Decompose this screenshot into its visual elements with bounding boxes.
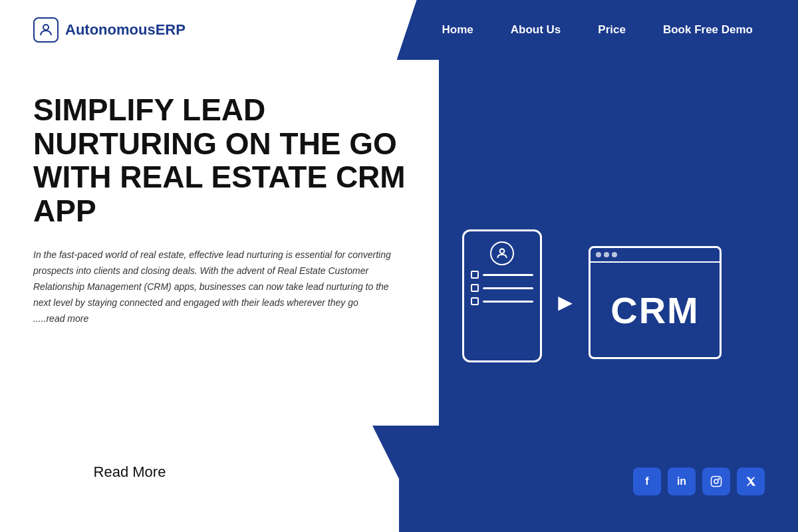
instagram-button[interactable]: [702, 467, 730, 495]
website-link: ⛓ www.autonomouserp.com: [33, 503, 226, 519]
facebook-button[interactable]: f: [633, 467, 661, 495]
phone-row-1: [471, 271, 533, 279]
phone-line-3: [483, 301, 533, 303]
hero-description: In the fast-paced world of real estate, …: [33, 247, 392, 327]
website-url: www.autonomouserp.com: [53, 505, 176, 517]
svg-rect-2: [712, 477, 722, 487]
phone-row-2: [471, 284, 533, 292]
read-more-button[interactable]: Read More: [33, 452, 226, 493]
nav-demo[interactable]: Book Free Demo: [644, 23, 771, 37]
browser-dot-3: [612, 252, 617, 257]
twitter-x-button[interactable]: [737, 467, 765, 495]
nav-price[interactable]: Price: [579, 23, 644, 37]
logo-text: AutonomousERP: [65, 21, 186, 39]
phone-row-3: [471, 297, 533, 305]
browser-device: CRM: [589, 246, 722, 359]
svg-point-0: [43, 25, 49, 30]
crm-label: CRM: [610, 289, 700, 332]
svg-point-4: [718, 478, 720, 479]
phone-line-2: [483, 287, 533, 289]
phone-avatar-icon: [490, 241, 514, 265]
browser-body: CRM: [591, 263, 720, 357]
social-icons: f in: [633, 467, 765, 495]
linkedin-button[interactable]: in: [668, 467, 696, 495]
phone-line-1: [483, 274, 533, 276]
svg-point-1: [500, 249, 505, 253]
link-icon: ⛓: [33, 503, 47, 519]
phone-dot-3: [471, 297, 479, 305]
bottom-left-content: Read More ⛓ www.autonomouserp.com: [33, 452, 226, 519]
browser-dot-2: [604, 252, 609, 257]
nav-home[interactable]: Home: [424, 23, 492, 37]
browser-dot-1: [596, 252, 601, 257]
svg-point-3: [714, 479, 718, 483]
logo-area: AutonomousERP: [33, 17, 186, 43]
crm-illustration: ► CRM: [462, 229, 722, 362]
social-icons-row: f in: [633, 467, 765, 495]
hero-title: SIMPLIFY LEAD NURTURING ON THE GO WITH R…: [33, 93, 406, 227]
browser-top-bar: [591, 248, 720, 263]
nav-bar: Home About Us Price Book Free Demo: [397, 0, 798, 60]
phone-dot-2: [471, 284, 479, 292]
nav-about[interactable]: About Us: [492, 23, 580, 37]
transfer-arrow-icon: ►: [549, 286, 582, 319]
phone-device: [462, 229, 542, 362]
header: AutonomousERP Home About Us Price Book F…: [0, 0, 798, 60]
logo-icon: [33, 17, 59, 43]
phone-dot-1: [471, 271, 479, 279]
